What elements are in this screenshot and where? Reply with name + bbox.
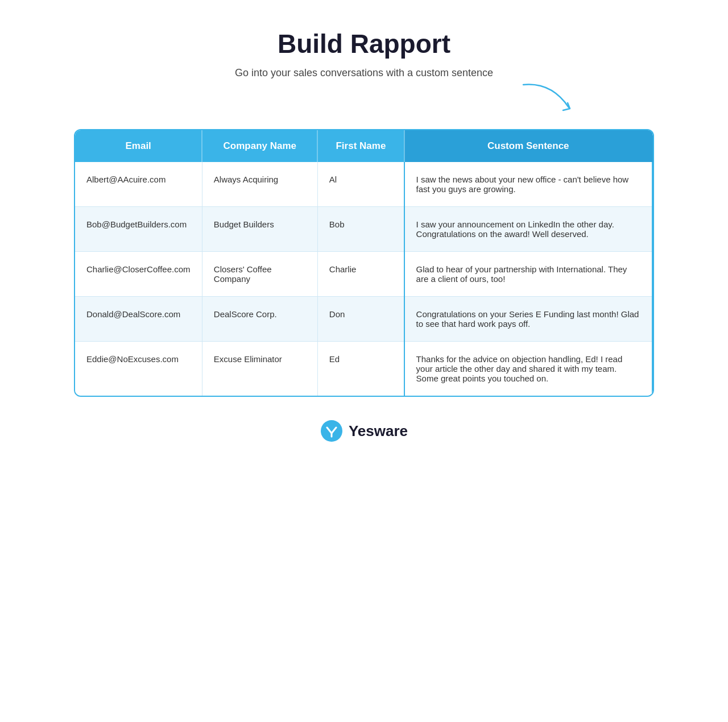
cell-firstname: Charlie (317, 252, 404, 297)
table-header-row: Email Company Name First Name Custom Sen… (75, 130, 652, 162)
yesware-logo-icon (320, 420, 343, 442)
cell-firstname: Al (317, 162, 404, 207)
cell-email: Eddie@NoExcuses.com (75, 342, 202, 396)
cell-custom: Glad to hear of your partnership with In… (404, 252, 652, 297)
header-firstname: First Name (317, 130, 404, 162)
page-title: Build Rapport (74, 28, 654, 59)
table-row: Donald@DealScore.comDealScore Corp.DonCo… (75, 297, 652, 342)
cell-company: Budget Builders (202, 207, 317, 252)
cell-company: Excuse Eliminator (202, 342, 317, 396)
yesware-brand-text: Yesware (349, 422, 408, 440)
table-row: Albert@AAcuire.comAlways AcquiringAlI sa… (75, 162, 652, 207)
cell-company: Always Acquiring (202, 162, 317, 207)
cell-firstname: Bob (317, 207, 404, 252)
table-row: Bob@BudgetBuilders.comBudget BuildersBob… (75, 207, 652, 252)
yesware-footer: Yesware (74, 420, 654, 442)
cell-email: Charlie@CloserCoffee.com (75, 252, 202, 297)
cell-firstname: Don (317, 297, 404, 342)
rapport-table: Email Company Name First Name Custom Sen… (75, 130, 653, 396)
table-wrapper: Email Company Name First Name Custom Sen… (74, 129, 654, 397)
cell-custom: Thanks for the advice on objection handl… (404, 342, 652, 396)
page-container: Build Rapport Go into your sales convers… (51, 0, 677, 476)
header-company: Company Name (202, 130, 317, 162)
page-subtitle: Go into your sales conversations with a … (74, 67, 654, 79)
table-row: Charlie@CloserCoffee.comClosers' Coffee … (75, 252, 652, 297)
cell-company: DealScore Corp. (202, 297, 317, 342)
cell-email: Donald@DealScore.com (75, 297, 202, 342)
arrow-icon (518, 79, 586, 119)
cell-custom: Congratulations on your Series E Funding… (404, 297, 652, 342)
header-email: Email (75, 130, 202, 162)
arrow-decoration (74, 85, 654, 119)
header-custom: Custom Sentence (404, 130, 652, 162)
cell-email: Bob@BudgetBuilders.com (75, 207, 202, 252)
cell-email: Albert@AAcuire.com (75, 162, 202, 207)
cell-firstname: Ed (317, 342, 404, 396)
table-row: Eddie@NoExcuses.comExcuse EliminatorEdTh… (75, 342, 652, 396)
cell-custom: I saw your announcement on LinkedIn the … (404, 207, 652, 252)
cell-company: Closers' Coffee Company (202, 252, 317, 297)
svg-point-0 (321, 420, 342, 442)
cell-custom: I saw the news about your new office - c… (404, 162, 652, 207)
